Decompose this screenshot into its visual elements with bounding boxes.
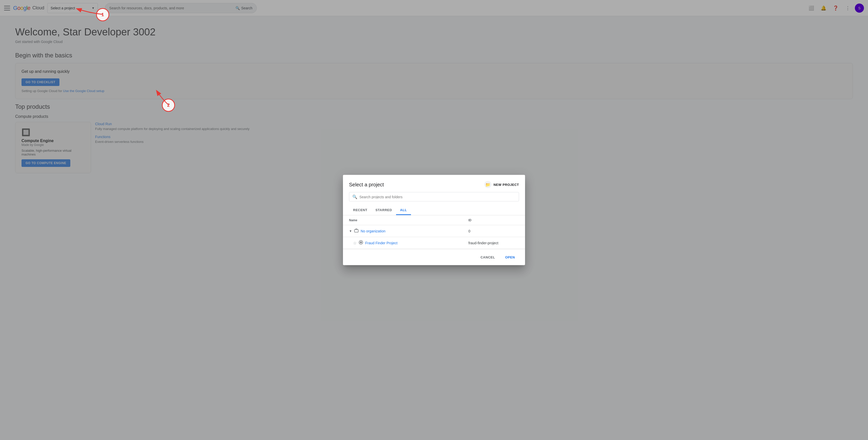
- svg-point-3: [361, 242, 361, 243]
- svg-rect-0: [354, 230, 358, 232]
- project-table: Name ID ▼ No organization 0 ☆: [343, 215, 525, 249]
- expand-icon[interactable]: ▼: [349, 229, 352, 233]
- fraud-finder-project-link[interactable]: Fraud Finder Project: [365, 241, 398, 245]
- row-name-cell: ▼ No organization: [349, 228, 468, 234]
- folder-icon: [354, 228, 359, 234]
- table-row[interactable]: ▼ No organization 0: [343, 225, 525, 237]
- tab-starred[interactable]: STARRED: [371, 206, 396, 215]
- annotation-circle-1: 1: [96, 8, 109, 21]
- search-input-container[interactable]: 🔍: [349, 192, 519, 201]
- modal-search-area: 🔍: [343, 192, 525, 206]
- open-button[interactable]: OPEN: [501, 253, 519, 261]
- cancel-button[interactable]: CANCEL: [476, 253, 499, 261]
- table-row[interactable]: ☆ Fraud Finder Project fraud-finder-proj…: [343, 237, 525, 249]
- name-column-header: Name: [349, 218, 468, 222]
- no-organization-link[interactable]: No organization: [361, 229, 385, 233]
- table-header: Name ID: [343, 215, 525, 225]
- new-project-label: NEW PROJECT: [493, 183, 519, 186]
- star-icon[interactable]: ☆: [353, 241, 356, 245]
- annotation-circle-2: 2: [162, 99, 175, 112]
- modal-title: Select a project: [349, 182, 384, 187]
- row-id-cell: fraud-finder-project: [468, 241, 519, 245]
- project-icon: [359, 240, 363, 246]
- id-column-header: ID: [468, 218, 519, 222]
- row-id-cell: 0: [468, 229, 519, 233]
- search-icon: 🔍: [352, 194, 358, 199]
- row-name-cell: ☆ Fraud Finder Project: [353, 240, 468, 246]
- select-project-modal: Select a project 📁 NEW PROJECT 🔍 RECENT …: [343, 175, 525, 265]
- new-project-button[interactable]: 📁 NEW PROJECT: [484, 181, 519, 188]
- modal-tabs: RECENT STARRED ALL: [343, 206, 525, 215]
- modal-header: Select a project 📁 NEW PROJECT: [343, 175, 525, 192]
- tab-recent[interactable]: RECENT: [349, 206, 371, 215]
- tab-all[interactable]: ALL: [396, 206, 411, 215]
- project-search-input[interactable]: [360, 195, 516, 199]
- new-project-icon: 📁: [484, 181, 491, 188]
- modal-footer: CANCEL OPEN: [343, 249, 525, 265]
